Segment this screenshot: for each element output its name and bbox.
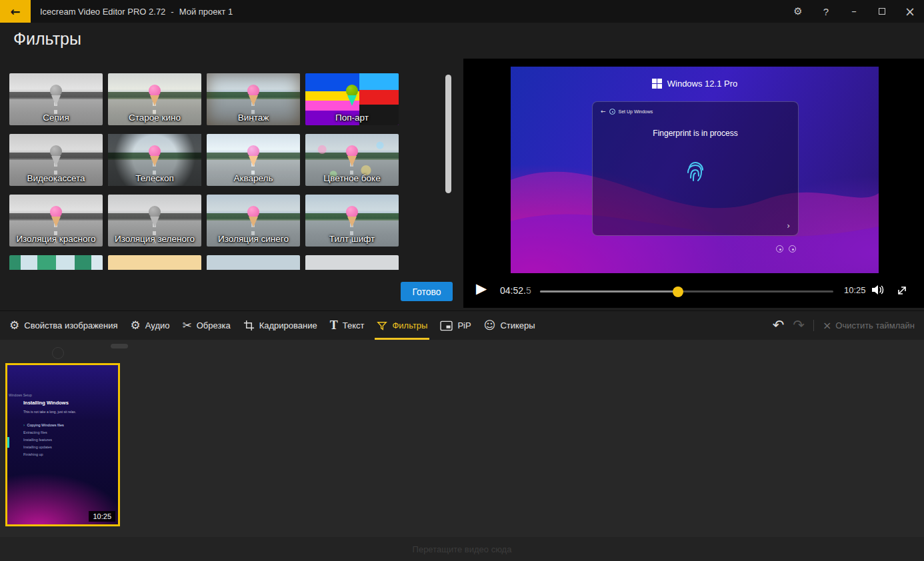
fullscreen-button[interactable] <box>896 284 908 299</box>
done-button[interactable]: Готово <box>401 282 453 301</box>
icecream-graphic <box>49 85 63 109</box>
current-time: 04:52.5 <box>500 285 531 296</box>
tool-image-properties[interactable]: ⚙ Свойства изображения <box>9 311 118 340</box>
filter-tile-pop-art[interactable]: Поп-арт <box>305 73 399 125</box>
toolbar-divider <box>813 320 814 331</box>
pip-icon <box>440 320 453 331</box>
preview-panel: Windows 12.1 Pro ← Set Up Windows Finger… <box>463 59 924 308</box>
icecream-graphic <box>148 145 161 169</box>
back-icon: ← <box>10 5 20 19</box>
clip-duration-badge: 10:25 <box>89 511 115 522</box>
icecream-graphic <box>345 85 359 109</box>
filters-panel: Сепия Старое кино Винтаж Поп-арт Видеока… <box>9 73 407 270</box>
clip-playhead-tick <box>7 437 9 448</box>
filter-tile-partial-4[interactable] <box>305 255 399 270</box>
tool-pip[interactable]: PiP <box>440 311 471 340</box>
duration-label: 10:25 <box>844 285 866 295</box>
clip-step: ›Copying Windows files <box>23 422 64 427</box>
filter-label: Изоляция синего <box>208 235 299 245</box>
text-tool-icon: T <box>330 318 338 332</box>
video-preview: Windows 12.1 Pro ← Set Up Windows Finger… <box>511 67 879 273</box>
current-time-frac: 5 <box>526 285 531 296</box>
setup-dialog-header: ← Set Up Windows <box>601 108 653 115</box>
filters-scrollbar[interactable] <box>445 75 451 193</box>
icecream-graphic <box>345 145 359 169</box>
tool-label: Кадрирование <box>259 320 317 330</box>
tool-label: PiP <box>457 320 471 330</box>
clip-title: Installing Windows <box>23 400 69 406</box>
tool-trim[interactable]: ✂ Обрезка <box>183 311 231 340</box>
audio-icon: ⚙ <box>131 320 141 331</box>
filter-label: Изоляция зеленого <box>109 235 200 245</box>
clear-timeline-button[interactable]: × Очистить таймлайн <box>823 319 915 332</box>
scissors-icon: ✂ <box>183 320 192 331</box>
clip-step: Installing updates <box>23 445 64 449</box>
setup-key-icon <box>609 109 615 115</box>
step-chevron-icon: › <box>23 422 25 427</box>
seek-slider-fill <box>540 290 677 292</box>
timeline: Windows Setup Installing Windows This is… <box>0 340 924 537</box>
filter-tile-blue-isolation[interactable]: Изоляция синего <box>207 195 300 247</box>
gear-icon: ⚙ <box>793 5 802 17</box>
tool-filters[interactable]: Фильтры <box>377 311 427 340</box>
settings-button[interactable]: ⚙ <box>784 0 812 23</box>
help-icon: ? <box>823 6 829 17</box>
filter-tile-partial-2[interactable] <box>108 255 201 270</box>
dialog-next-icon: › <box>787 221 790 231</box>
redo-button[interactable]: ↷ <box>793 317 805 333</box>
tool-label: Свойства изображения <box>24 320 117 330</box>
clip-steps: ›Copying Windows files Extracting files … <box>23 422 64 456</box>
play-button[interactable]: ▶ <box>476 280 487 296</box>
filter-label: Телескоп <box>109 174 200 184</box>
tool-crop[interactable]: Кадрирование <box>243 311 317 340</box>
filter-tile-red-isolation[interactable]: Изоляция красного <box>9 195 103 247</box>
timeline-scroll-handle[interactable] <box>111 344 128 348</box>
icecream-graphic <box>247 145 260 169</box>
clear-timeline-label: Очистить таймлайн <box>835 320 915 330</box>
minimize-button[interactable]: – <box>840 0 868 23</box>
filter-label: Видеокассета <box>11 174 101 184</box>
filter-tile-telescope[interactable]: Телескоп <box>108 134 201 186</box>
play-icon: ▶ <box>476 280 487 296</box>
filter-tile-vintage[interactable]: Винтаж <box>207 73 300 125</box>
video-osd-icons <box>776 245 796 253</box>
maximize-button[interactable] <box>868 0 896 23</box>
timeline-clip[interactable]: Windows Setup Installing Windows This is… <box>5 363 120 526</box>
seek-slider[interactable] <box>540 290 833 292</box>
filter-tile-old-film[interactable]: Старое кино <box>108 73 201 125</box>
volume-button[interactable] <box>871 284 885 298</box>
filter-tile-sepia[interactable]: Сепия <box>9 73 103 125</box>
icecream-graphic <box>345 206 359 230</box>
filter-tile-partial-3[interactable] <box>207 255 300 270</box>
filter-tile-partial-1[interactable] <box>9 255 103 270</box>
minimize-icon: – <box>851 5 857 17</box>
filter-label: Изоляция красного <box>11 235 101 245</box>
app-title: Icecream Video Editor PRO 2.72 <box>40 7 165 17</box>
tool-text[interactable]: T Текст <box>330 311 365 340</box>
filter-tile-green-isolation[interactable]: Изоляция зеленого <box>108 195 201 247</box>
filter-tile-watercolor[interactable]: Акварель <box>207 134 300 186</box>
smiley-icon: ☺ <box>484 320 496 331</box>
seek-slider-handle[interactable] <box>673 286 683 297</box>
filters-icon <box>377 320 387 331</box>
setup-dialog: ← Set Up Windows Fingerprint is in proce… <box>592 101 799 236</box>
icecream-graphic <box>148 206 161 230</box>
filter-tile-bokeh[interactable]: Цветное боке <box>305 134 399 186</box>
page-title: Фильтры <box>13 29 81 49</box>
back-button[interactable]: ← <box>0 0 31 23</box>
playback-controls: ▶ 04:52.5 10:25 <box>463 279 924 305</box>
undo-button[interactable]: ↶ <box>773 317 785 333</box>
filter-label: Акварель <box>208 174 299 184</box>
volume-icon <box>871 284 885 296</box>
timeline-marker <box>52 347 64 359</box>
filter-tile-tilt-shift[interactable]: Тилт шифт <box>305 195 399 247</box>
tool-audio[interactable]: ⚙ Аудио <box>131 311 170 340</box>
toolbar-right: ↶ ↷ × Очистить таймлайн <box>773 310 915 340</box>
tool-label: Фильтры <box>392 320 427 330</box>
help-button[interactable]: ? <box>812 0 840 23</box>
current-time-main: 04:52. <box>500 285 526 296</box>
filter-tile-vhs[interactable]: Видеокассета <box>9 134 103 186</box>
tool-stickers[interactable]: ☺ Стикеры <box>484 311 535 340</box>
accessibility-icon <box>776 245 783 253</box>
close-button[interactable]: × <box>896 0 924 23</box>
